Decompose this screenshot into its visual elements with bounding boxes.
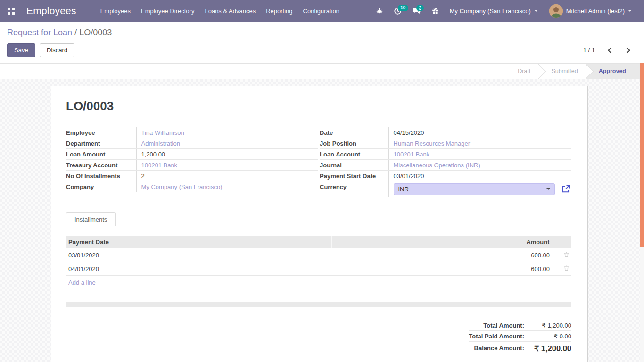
tab-strip: Installments (66, 212, 571, 226)
pager-previous-button[interactable] (606, 46, 613, 55)
cell-payment-date[interactable]: 03/01/2020 (66, 248, 331, 262)
main-menu: Employees Employee Directory Loans & Adv… (95, 4, 345, 18)
field-grid: Employee Tina Williamson Department Admi… (66, 127, 571, 197)
vertical-scrollbar-track[interactable] (640, 63, 644, 362)
field-value-employee[interactable]: Tina Williamson (141, 129, 184, 136)
cell-payment-date[interactable]: 04/01/2020 (66, 262, 331, 276)
tab-installments[interactable]: Installments (66, 212, 116, 226)
menu-employee-directory[interactable]: Employee Directory (136, 4, 199, 18)
column-header-amount[interactable]: Amount (331, 236, 561, 248)
external-link-icon (561, 184, 570, 194)
user-menu[interactable]: Mitchell Admin (test2) (544, 1, 637, 21)
field-label-loan-amount: Loan Amount (66, 149, 136, 160)
currency-selected-value: INR (398, 186, 409, 193)
form-sheet: LO/0003 Employee Tina Williamson Departm… (51, 86, 588, 362)
record-title: LO/0003 (66, 99, 571, 114)
menu-reporting[interactable]: Reporting (261, 4, 297, 18)
table-row[interactable]: 03/01/2020 600.00 (66, 248, 571, 262)
field-value-loan-amount[interactable]: 1,200.00 (141, 151, 165, 158)
field-label-company: Company (66, 181, 136, 192)
delete-row-button[interactable] (563, 251, 570, 260)
menu-configuration[interactable]: Configuration (298, 4, 345, 18)
user-name: Mitchell Admin (test2) (566, 8, 625, 15)
company-switcher[interactable]: My Company (San Francisco) (444, 5, 544, 17)
field-label-no-of-installments: No Of Installments (66, 171, 136, 181)
statusbar: Draft Submitted Approved (0, 64, 644, 79)
field-label-job-position: Job Position (320, 138, 388, 149)
vertical-scrollbar-thumb[interactable] (640, 63, 644, 247)
form-view-background: LO/0003 Employee Tina Williamson Departm… (0, 79, 644, 362)
activity-menu-button[interactable]: 10 (388, 3, 407, 19)
field-label-journal: Journal (320, 160, 388, 171)
horizontal-scrollbar[interactable] (66, 302, 571, 307)
message-count-badge: 3 (416, 5, 424, 11)
total-amount-value: ₹ 1,200.00 (524, 320, 571, 331)
field-label-payment-start-date: Payment Start Date (320, 171, 388, 181)
list-spacer (66, 289, 571, 302)
messages-menu-button[interactable]: 3 (407, 3, 426, 18)
cell-amount[interactable]: 600.00 (331, 248, 561, 262)
trash-icon (564, 265, 569, 271)
field-label-department: Department (66, 138, 136, 149)
field-value-loan-account[interactable]: 100201 Bank (394, 151, 430, 158)
field-value-journal[interactable]: Miscellaneous Operations (INR) (394, 162, 480, 169)
gift-icon (431, 7, 439, 15)
field-value-no-of-installments[interactable]: 2 (141, 173, 145, 180)
form-buttons: Save Discard (7, 43, 74, 57)
field-label-currency: Currency (320, 181, 388, 197)
field-label-treasury-account: Treasury Account (66, 160, 136, 171)
total-paid-amount-label: Total Paid Amount: (469, 331, 524, 342)
field-value-department[interactable]: Administration (141, 140, 180, 147)
breadcrumb-parent-link[interactable]: Request for Loan (7, 28, 72, 37)
add-a-line-link[interactable]: Add a line (66, 276, 571, 289)
gift-button[interactable] (426, 3, 444, 18)
currency-select[interactable]: INR (394, 183, 555, 195)
debug-button[interactable] (371, 3, 388, 18)
installments-list: Payment Date Amount 03/01/2020 600.00 04 (66, 236, 571, 307)
menu-loans-advances[interactable]: Loans & Advances (199, 4, 261, 18)
control-panel: Request for Loan / LO/0003 Save Discard … (0, 22, 644, 64)
balance-amount-value: ₹ 1,200.00 (524, 342, 571, 355)
field-label-employee: Employee (66, 127, 136, 138)
chevron-down-icon (546, 188, 550, 192)
chevron-down-icon (534, 10, 538, 14)
notebook: Installments Payment Date Amount 03/ (66, 212, 571, 355)
chevron-left-icon (607, 47, 612, 54)
pager-next-button[interactable] (625, 46, 632, 55)
currency-external-link-button[interactable] (561, 184, 570, 194)
pager: 1 / 1 (583, 46, 635, 55)
field-value-date[interactable]: 04/15/2020 (394, 129, 424, 136)
field-value-payment-start-date[interactable]: 03/01/2020 (394, 173, 424, 180)
field-label-date: Date (320, 127, 388, 138)
table-row[interactable]: 04/01/2020 600.00 (66, 262, 571, 276)
field-value-job-position[interactable]: Human Resources Manager (394, 140, 471, 147)
field-value-company[interactable]: My Company (San Francisco) (141, 183, 223, 190)
app-title[interactable]: Employees (26, 5, 76, 16)
delete-row-button[interactable] (563, 264, 570, 273)
status-step-draft[interactable]: Draft (504, 64, 538, 79)
save-button[interactable]: Save (7, 43, 35, 57)
field-label-loan-account: Loan Account (320, 149, 388, 160)
trash-icon (564, 252, 569, 257)
pager-counter: 1 / 1 (583, 47, 595, 54)
balance-amount-label: Balance Amount: (469, 342, 524, 355)
totals-block: Total Amount: ₹ 1,200.00 Total Paid Amou… (469, 320, 571, 355)
column-header-delete (561, 236, 571, 248)
column-header-payment-date[interactable]: Payment Date (66, 236, 331, 248)
field-group-left: Employee Tina Williamson Department Admi… (66, 127, 318, 197)
field-value-treasury-account[interactable]: 100201 Bank (141, 162, 178, 169)
total-paid-amount-value: ₹ 0.00 (524, 331, 571, 342)
cell-amount[interactable]: 600.00 (331, 262, 561, 276)
breadcrumb-separator: / (74, 28, 77, 37)
apps-menu-button[interactable] (0, 0, 22, 22)
bug-icon (376, 7, 383, 15)
menu-employees[interactable]: Employees (95, 4, 136, 18)
breadcrumb-current: LO/0003 (79, 28, 112, 37)
discard-button[interactable]: Discard (40, 43, 74, 57)
breadcrumb: Request for Loan / LO/0003 (7, 28, 635, 38)
chevron-right-icon (626, 47, 631, 54)
total-amount-label: Total Amount: (469, 320, 524, 331)
top-navbar: Employees Employees Employee Directory L… (0, 0, 644, 22)
company-name: My Company (San Francisco) (450, 8, 531, 15)
avatar (549, 4, 563, 18)
